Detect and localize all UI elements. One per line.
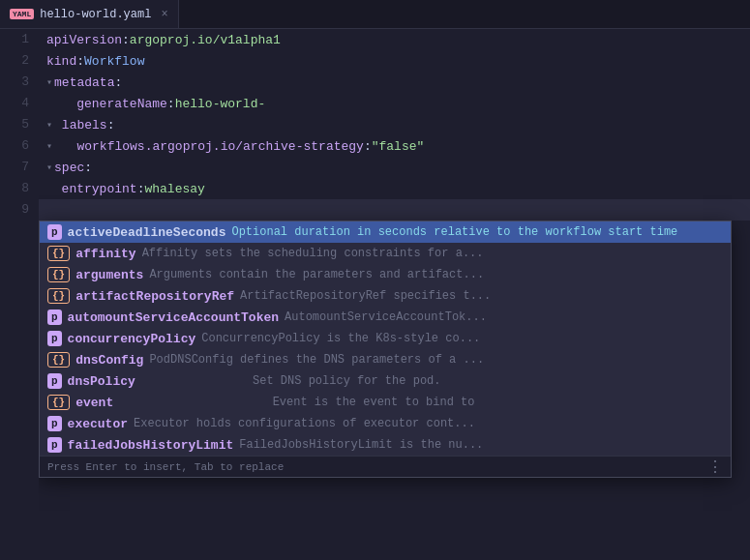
tab-filename: hello-world.yaml (40, 8, 151, 21)
file-tab[interactable]: YAML hello-world.yaml × (0, 0, 179, 28)
line-numbers: 1 2 3 4 5 6 7 8 9 (0, 29, 39, 560)
code-key: entrypoint (62, 182, 137, 196)
item-name-3: artifactRepositoryRef (75, 289, 234, 304)
fold-icon-3[interactable]: ▾ (46, 76, 52, 88)
autocomplete-item-8[interactable]: {} event Event is the event to bind to (40, 392, 731, 413)
item-desc-9: Executor holds configurations of executo… (134, 417, 475, 430)
item-desc-4: AutomountServiceAccountTok... (285, 310, 487, 324)
item-name-6: dnsConfig (75, 353, 143, 368)
autocomplete-footer: Press Enter to insert, Tab to replace ⋮ (40, 456, 731, 477)
yaml-icon: YAML (10, 9, 34, 19)
autocomplete-item-7[interactable]: p dnsPolicy Set DNS policy for the pod. (40, 370, 731, 392)
code-key: kind (46, 54, 76, 69)
item-name-4: automountServiceAccountToken (68, 310, 279, 325)
line-num-3: 3 (0, 72, 29, 93)
type-badge-p-9: p (47, 416, 62, 431)
type-badge-braces-6: {} (47, 352, 70, 368)
autocomplete-item-6[interactable]: {} dnsConfig PodDNSConfig defines the DN… (40, 349, 731, 370)
fold-icon-5[interactable]: ▾ (46, 119, 52, 131)
line-num-7: 7 (0, 157, 29, 178)
line-num-2: 2 (0, 50, 29, 72)
item-name-9: executor (68, 417, 128, 431)
type-badge-p-4: p (47, 309, 62, 325)
item-desc-7: Set DNS policy for the pod. (141, 374, 441, 388)
type-badge-braces-1: {} (47, 246, 70, 261)
code-line-1: apiVersion: argoproj.io/v1alpha1 (39, 29, 750, 50)
type-badge-braces-3: {} (47, 288, 70, 304)
item-desc-5: ConcurrencyPolicy is the K8s-style co... (201, 332, 480, 345)
item-desc-0: Optional duration in seconds relative to… (231, 225, 677, 239)
item-name-0: activeDeadlineSeconds (68, 225, 226, 240)
autocomplete-item-5[interactable]: p concurrencyPolicy ConcurrencyPolicy is… (40, 328, 731, 349)
autocomplete-dropdown[interactable]: p activeDeadlineSeconds Optional duratio… (39, 221, 732, 478)
code-key: apiVersion (46, 33, 122, 47)
footer-hint: Press Enter to insert, Tab to replace (47, 461, 284, 473)
code-line-6: ▾ workflows.argoproj.io/archive-strategy… (39, 135, 750, 157)
code-key: spec (54, 161, 84, 175)
item-name-10: failedJobsHistoryLimit (68, 438, 234, 453)
autocomplete-item-4[interactable]: p automountServiceAccountToken Automount… (40, 307, 731, 328)
code-line-3: ▾metadata: (39, 72, 750, 93)
tab-bar: YAML hello-world.yaml × (0, 0, 750, 29)
autocomplete-item-9[interactable]: p executor Executor holds configurations… (40, 413, 731, 434)
code-line-7: ▾spec: (39, 157, 750, 178)
line-num-8: 8 (0, 178, 29, 199)
type-badge-p-10: p (47, 437, 62, 453)
code-key: generateName (76, 97, 167, 111)
type-badge-braces-2: {} (47, 267, 70, 282)
autocomplete-item-0[interactable]: p activeDeadlineSeconds Optional duratio… (40, 221, 731, 243)
line-num-6: 6 (0, 135, 29, 157)
item-desc-6: PodDNSConfig defines the DNS parameters … (149, 353, 484, 367)
line-num-5: 5 (0, 114, 29, 135)
item-desc-10: FailedJobsHistoryLimit is the nu... (239, 438, 483, 452)
type-badge-p-5: p (47, 331, 62, 346)
item-desc-1: Affinity sets the scheduling constraints… (142, 247, 484, 260)
autocomplete-item-1[interactable]: {} affinity Affinity sets the scheduling… (40, 243, 731, 264)
type-badge-p-7: p (47, 373, 62, 389)
code-line-2: kind: Workflow (39, 50, 750, 72)
item-desc-2: Arguments contain the parameters and art… (149, 268, 484, 281)
item-desc-3: ArtifactRepositoryRef specifies t... (240, 289, 491, 303)
item-desc-8: Event is the event to bind to (119, 396, 474, 409)
line-num-4: 4 (0, 93, 29, 114)
code-key: workflows.argoproj.io/archive-strategy (76, 139, 363, 154)
code-line-5: ▾ labels: (39, 114, 750, 135)
footer-dots: ⋮ (707, 457, 723, 477)
code-line-8: entrypoint: whalesay (39, 178, 750, 199)
code-line-9 (39, 199, 750, 221)
fold-icon-7[interactable]: ▾ (46, 162, 52, 173)
autocomplete-item-10[interactable]: p failedJobsHistoryLimit FailedJobsHisto… (40, 434, 731, 456)
item-name-7: dnsPolicy (68, 374, 135, 389)
type-badge-p: p (47, 224, 62, 240)
code-area[interactable]: apiVersion: argoproj.io/v1alpha1 kind: W… (39, 29, 750, 560)
item-name-1: affinity (75, 247, 135, 261)
item-name-2: arguments (75, 268, 143, 282)
code-line-4: generateName: hello-world- (39, 93, 750, 114)
code-key: labels (62, 118, 107, 133)
fold-icon-6[interactable]: ▾ (46, 140, 52, 152)
item-name-8: event (75, 396, 113, 410)
line-num-9: 9 (0, 199, 29, 221)
autocomplete-item-2[interactable]: {} arguments Arguments contain the param… (40, 264, 731, 285)
code-key: metadata (54, 75, 114, 90)
type-badge-braces-8: {} (47, 395, 70, 410)
autocomplete-item-3[interactable]: {} artifactRepositoryRef ArtifactReposit… (40, 285, 731, 307)
line-num-1: 1 (0, 29, 29, 50)
editor: 1 2 3 4 5 6 7 8 9 apiVersion: argoproj.i… (0, 29, 750, 560)
item-name-5: concurrencyPolicy (68, 332, 196, 346)
tab-close-button[interactable]: × (161, 8, 167, 21)
